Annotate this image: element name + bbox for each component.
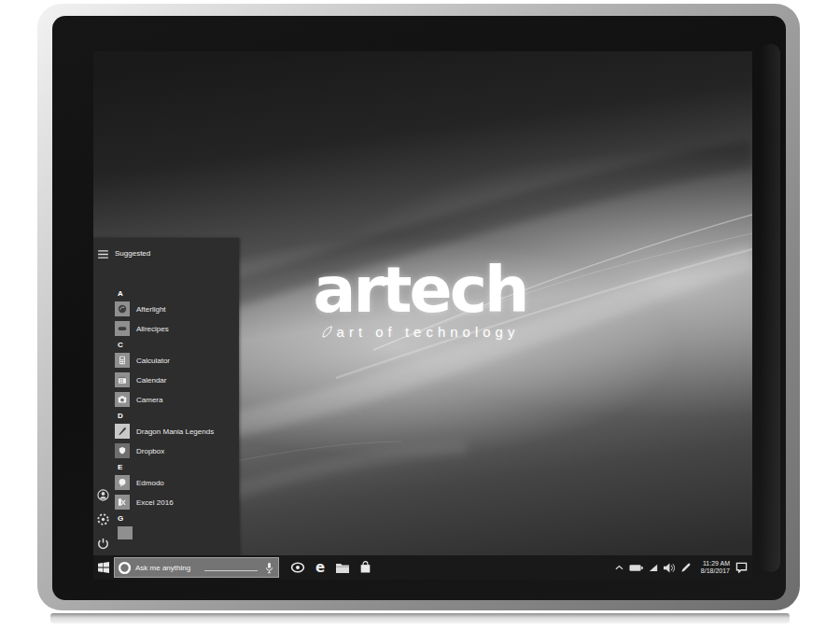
- taskbar: e: [93, 555, 752, 580]
- calculator-app-icon: [115, 353, 130, 368]
- start-menu-rail: [93, 238, 112, 580]
- edmodo-app-icon: [115, 475, 130, 490]
- taskbar-clock[interactable]: 11:29 AM 8/18/2017: [696, 560, 730, 575]
- action-center-icon: [735, 562, 748, 573]
- cortana-icon: [118, 561, 132, 575]
- dragon-mania-legends-app-icon: [115, 424, 130, 439]
- app-label: Dragon Mania Legends: [136, 427, 214, 436]
- start-button[interactable]: [93, 555, 114, 580]
- section-letter-a[interactable]: A: [118, 289, 236, 298]
- volume-icon[interactable]: [664, 563, 675, 573]
- taskbar-search-box[interactable]: [114, 557, 279, 578]
- action-center-button[interactable]: [735, 562, 748, 573]
- section-letter-c[interactable]: C: [118, 341, 236, 349]
- edge-icon: e: [315, 561, 325, 575]
- store-button[interactable]: [354, 555, 376, 580]
- store-icon: [359, 561, 371, 574]
- clipped-app-tile[interactable]: [118, 526, 133, 539]
- section-letter-d[interactable]: D: [118, 412, 236, 420]
- start-menu: Suggested A Afterlight Allrecipes C: [93, 238, 239, 580]
- windows-logo-icon: [98, 562, 109, 573]
- app-label: Camera: [136, 396, 162, 404]
- section-letter-e[interactable]: E: [118, 463, 236, 471]
- start-menu-app-edmodo[interactable]: Edmodo: [115, 475, 236, 490]
- start-menu-app-camera[interactable]: Camera: [115, 392, 236, 407]
- task-view-icon: [290, 562, 305, 573]
- calendar-app-icon: [115, 372, 130, 387]
- app-label: Calculator: [136, 357, 170, 365]
- battery-icon[interactable]: [629, 564, 643, 572]
- pen-icon[interactable]: [680, 563, 691, 573]
- excel-2016-app-icon: [115, 495, 130, 510]
- start-menu-app-excel-2016[interactable]: Excel 2016: [115, 495, 236, 510]
- start-menu-app-afterlight[interactable]: Afterlight: [115, 301, 236, 316]
- microphone-icon[interactable]: [265, 562, 273, 574]
- start-menu-app-calculator[interactable]: Calculator: [115, 353, 236, 368]
- start-menu-app-list: Suggested A Afterlight Allrecipes C: [115, 249, 236, 539]
- system-tray: 11:29 AM 8/18/2017: [615, 560, 752, 575]
- file-explorer-icon: [335, 562, 350, 574]
- app-label: Dropbox: [136, 447, 164, 455]
- app-label: Edmodo: [136, 479, 164, 487]
- start-menu-app-allrecipes[interactable]: Allrecipes: [115, 321, 236, 336]
- brand-tagline: art of technology: [337, 324, 520, 340]
- dropbox-app-icon: [115, 443, 130, 458]
- leaf-icon: [321, 325, 333, 339]
- hamburger-menu-icon[interactable]: [96, 247, 109, 260]
- start-menu-app-dragon-mania-legends[interactable]: Dragon Mania Legends: [115, 424, 236, 439]
- app-label: Calendar: [136, 376, 166, 385]
- clock-date: 8/18/2017: [696, 567, 730, 575]
- settings-gear-icon[interactable]: [96, 512, 109, 525]
- power-icon[interactable]: [96, 537, 109, 550]
- network-icon[interactable]: [649, 564, 658, 572]
- afterlight-app-icon: [115, 301, 130, 316]
- suggested-header: Suggested: [115, 249, 236, 258]
- brand-tagline-row: art of technology: [233, 324, 607, 340]
- start-menu-app-calendar[interactable]: Calendar: [115, 372, 236, 387]
- section-letter-g[interactable]: G: [118, 514, 236, 523]
- search-underline: [204, 569, 258, 571]
- start-menu-app-dropbox[interactable]: Dropbox: [115, 443, 236, 458]
- task-view-button[interactable]: [287, 555, 309, 580]
- app-label: Afterlight: [136, 305, 166, 314]
- user-account-icon[interactable]: [96, 488, 109, 501]
- app-label: Allrecipes: [136, 325, 169, 333]
- hidden-icons-chevron-icon[interactable]: [615, 565, 623, 570]
- allrecipes-app-icon: [115, 321, 130, 336]
- search-input[interactable]: [135, 564, 203, 572]
- clock-time: 11:29 AM: [696, 560, 730, 567]
- edge-browser-button[interactable]: e: [309, 555, 331, 580]
- page: artech art of technology: [0, 0, 840, 630]
- file-explorer-button[interactable]: [331, 555, 354, 580]
- camera-app-icon: [115, 392, 130, 407]
- app-label: Excel 2016: [136, 498, 174, 507]
- desktop-screen: artech art of technology: [93, 51, 752, 580]
- wallpaper-brand-logo: artech art of technology: [233, 260, 607, 340]
- device-base-stand: [50, 613, 790, 623]
- brand-title: artech: [233, 260, 607, 321]
